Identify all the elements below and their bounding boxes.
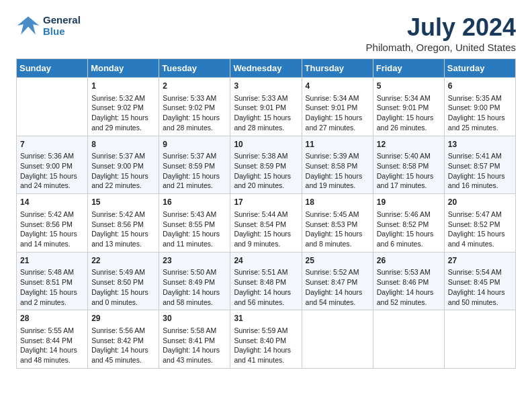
- header-tuesday: Tuesday: [159, 59, 230, 78]
- logo: General Blue: [16, 13, 81, 38]
- cell-info: Sunrise: 5:50 AMSunset: 8:49 PMDaylight:…: [163, 267, 226, 307]
- table-row: 25Sunrise: 5:52 AMSunset: 8:47 PMDayligh…: [302, 252, 373, 310]
- cell-info: Sunrise: 5:34 AMSunset: 9:01 PMDaylight:…: [306, 93, 369, 133]
- table-row: 9Sunrise: 5:37 AMSunset: 8:59 PMDaylight…: [159, 136, 230, 194]
- cell-info: Sunrise: 5:52 AMSunset: 8:47 PMDaylight:…: [306, 267, 369, 307]
- table-row: 5Sunrise: 5:34 AMSunset: 9:01 PMDaylight…: [373, 78, 444, 136]
- cell-date: 21: [20, 255, 84, 267]
- cell-info: Sunrise: 5:33 AMSunset: 9:01 PMDaylight:…: [234, 93, 298, 133]
- cell-date: 1: [91, 81, 155, 92]
- cell-date: 2: [163, 81, 226, 92]
- subtitle: Philomath, Oregon, United States: [366, 42, 516, 53]
- cell-info: Sunrise: 5:39 AMSunset: 8:58 PMDaylight:…: [306, 151, 369, 191]
- cell-date: 5: [377, 81, 441, 92]
- cell-date: 25: [306, 255, 369, 267]
- table-row: 27Sunrise: 5:54 AMSunset: 8:45 PMDayligh…: [444, 252, 515, 310]
- cell-info: Sunrise: 5:49 AMSunset: 8:50 PMDaylight:…: [91, 267, 155, 307]
- header-friday: Friday: [373, 59, 444, 78]
- title-block: July 2024 Philomath, Oregon, United Stat…: [366, 13, 516, 53]
- table-row: 30Sunrise: 5:58 AMSunset: 8:41 PMDayligh…: [159, 310, 230, 369]
- cell-date: 24: [234, 255, 298, 267]
- table-row: 31Sunrise: 5:59 AMSunset: 8:40 PMDayligh…: [230, 310, 302, 369]
- calendar-week-row: 1Sunrise: 5:32 AMSunset: 9:02 PMDaylight…: [17, 78, 516, 136]
- page-header: General Blue July 2024 Philomath, Oregon…: [16, 13, 516, 53]
- cell-date: 18: [306, 197, 369, 208]
- main-title: July 2024: [366, 13, 516, 42]
- table-row: 13Sunrise: 5:41 AMSunset: 8:57 PMDayligh…: [444, 136, 515, 194]
- table-row: 4Sunrise: 5:34 AMSunset: 9:01 PMDaylight…: [302, 78, 373, 136]
- table-row: 20Sunrise: 5:47 AMSunset: 8:52 PMDayligh…: [444, 194, 515, 253]
- cell-date: 7: [20, 139, 84, 150]
- cell-info: Sunrise: 5:55 AMSunset: 8:44 PMDaylight:…: [20, 326, 84, 365]
- table-row: 18Sunrise: 5:45 AMSunset: 8:53 PMDayligh…: [302, 194, 373, 253]
- table-row: 12Sunrise: 5:40 AMSunset: 8:58 PMDayligh…: [373, 136, 444, 194]
- table-row: [17, 78, 88, 136]
- table-row: 17Sunrise: 5:44 AMSunset: 8:54 PMDayligh…: [230, 194, 302, 253]
- cell-info: Sunrise: 5:51 AMSunset: 8:48 PMDaylight:…: [234, 267, 298, 307]
- table-row: 14Sunrise: 5:42 AMSunset: 8:56 PMDayligh…: [17, 194, 88, 253]
- table-row: 6Sunrise: 5:35 AMSunset: 9:00 PMDaylight…: [444, 78, 515, 136]
- cell-info: Sunrise: 5:54 AMSunset: 8:45 PMDaylight:…: [448, 267, 512, 307]
- cell-info: Sunrise: 5:42 AMSunset: 8:56 PMDaylight:…: [20, 210, 84, 249]
- cell-date: 28: [20, 313, 84, 324]
- cell-info: Sunrise: 5:43 AMSunset: 8:55 PMDaylight:…: [163, 210, 226, 249]
- cell-date: 30: [163, 313, 226, 324]
- cell-date: 8: [91, 139, 155, 150]
- header-wednesday: Wednesday: [230, 59, 302, 78]
- table-row: 29Sunrise: 5:56 AMSunset: 8:42 PMDayligh…: [88, 310, 159, 369]
- calendar-header-row: SundayMondayTuesdayWednesdayThursdayFrid…: [17, 59, 516, 78]
- table-row: 3Sunrise: 5:33 AMSunset: 9:01 PMDaylight…: [230, 78, 302, 136]
- header-saturday: Saturday: [444, 59, 515, 78]
- cell-date: 27: [448, 255, 512, 267]
- calendar-table: SundayMondayTuesdayWednesdayThursdayFrid…: [16, 58, 516, 369]
- calendar-week-row: 28Sunrise: 5:55 AMSunset: 8:44 PMDayligh…: [17, 310, 516, 369]
- cell-info: Sunrise: 5:45 AMSunset: 8:53 PMDaylight:…: [306, 210, 369, 249]
- cell-date: 3: [234, 81, 298, 92]
- table-row: 7Sunrise: 5:36 AMSunset: 9:00 PMDaylight…: [17, 136, 88, 194]
- calendar-week-row: 21Sunrise: 5:48 AMSunset: 8:51 PMDayligh…: [17, 252, 516, 310]
- cell-date: 19: [377, 197, 441, 208]
- cell-info: Sunrise: 5:32 AMSunset: 9:02 PMDaylight:…: [91, 93, 155, 133]
- table-row: 1Sunrise: 5:32 AMSunset: 9:02 PMDaylight…: [88, 78, 159, 136]
- cell-date: 4: [306, 81, 369, 92]
- header-thursday: Thursday: [302, 59, 373, 78]
- calendar-week-row: 14Sunrise: 5:42 AMSunset: 8:56 PMDayligh…: [17, 194, 516, 253]
- header-monday: Monday: [88, 59, 159, 78]
- cell-date: 23: [163, 255, 226, 267]
- cell-date: 9: [163, 139, 226, 150]
- table-row: 23Sunrise: 5:50 AMSunset: 8:49 PMDayligh…: [159, 252, 230, 310]
- table-row: [373, 310, 444, 369]
- cell-info: Sunrise: 5:42 AMSunset: 8:56 PMDaylight:…: [91, 210, 155, 249]
- cell-date: 11: [306, 139, 369, 150]
- cell-info: Sunrise: 5:35 AMSunset: 9:00 PMDaylight:…: [448, 93, 512, 133]
- cell-date: 13: [448, 139, 512, 150]
- cell-info: Sunrise: 5:40 AMSunset: 8:58 PMDaylight:…: [377, 151, 441, 191]
- cell-date: 22: [91, 255, 155, 267]
- cell-date: 20: [448, 197, 512, 208]
- table-row: 10Sunrise: 5:38 AMSunset: 8:59 PMDayligh…: [230, 136, 302, 194]
- cell-date: 10: [234, 139, 298, 150]
- cell-info: Sunrise: 5:59 AMSunset: 8:40 PMDaylight:…: [234, 326, 298, 365]
- table-row: 24Sunrise: 5:51 AMSunset: 8:48 PMDayligh…: [230, 252, 302, 310]
- cell-date: 6: [448, 81, 512, 92]
- table-row: 16Sunrise: 5:43 AMSunset: 8:55 PMDayligh…: [159, 194, 230, 253]
- cell-date: 29: [91, 313, 155, 324]
- table-row: 28Sunrise: 5:55 AMSunset: 8:44 PMDayligh…: [17, 310, 88, 369]
- svg-marker-0: [17, 17, 39, 35]
- cell-date: 15: [91, 197, 155, 208]
- table-row: 22Sunrise: 5:49 AMSunset: 8:50 PMDayligh…: [88, 252, 159, 310]
- table-row: 26Sunrise: 5:53 AMSunset: 8:46 PMDayligh…: [373, 252, 444, 310]
- table-row: 19Sunrise: 5:46 AMSunset: 8:52 PMDayligh…: [373, 194, 444, 253]
- calendar-week-row: 7Sunrise: 5:36 AMSunset: 9:00 PMDaylight…: [17, 136, 516, 194]
- cell-date: 14: [20, 197, 84, 208]
- cell-info: Sunrise: 5:34 AMSunset: 9:01 PMDaylight:…: [377, 93, 441, 133]
- cell-info: Sunrise: 5:46 AMSunset: 8:52 PMDaylight:…: [377, 210, 441, 249]
- cell-info: Sunrise: 5:53 AMSunset: 8:46 PMDaylight:…: [377, 267, 441, 307]
- cell-info: Sunrise: 5:47 AMSunset: 8:52 PMDaylight:…: [448, 210, 512, 249]
- table-row: 8Sunrise: 5:37 AMSunset: 9:00 PMDaylight…: [88, 136, 159, 194]
- table-row: 11Sunrise: 5:39 AMSunset: 8:58 PMDayligh…: [302, 136, 373, 194]
- table-row: [302, 310, 373, 369]
- cell-date: 17: [234, 197, 298, 208]
- cell-date: 16: [163, 197, 226, 208]
- header-sunday: Sunday: [17, 59, 88, 78]
